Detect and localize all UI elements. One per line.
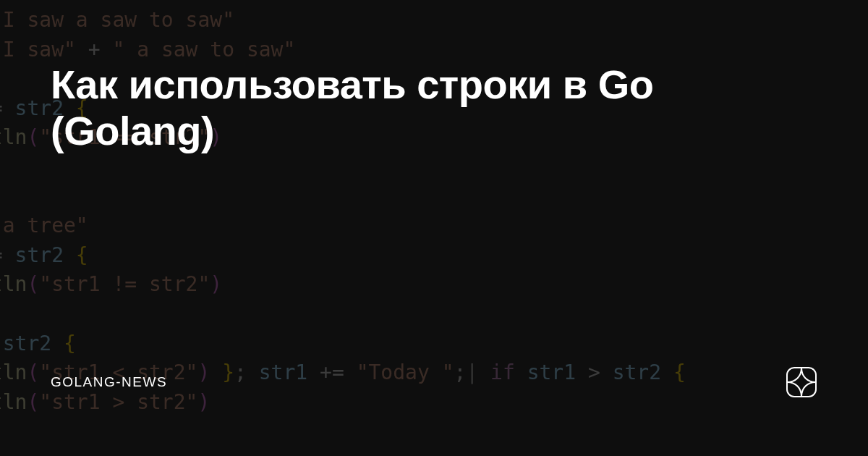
article-title: Как использовать строки в Go (Golang) <box>51 62 774 155</box>
source-label: GOLANG-NEWS <box>51 374 167 390</box>
zen-logo-icon <box>786 366 817 398</box>
content-container: Как использовать строки в Go (Golang) GO… <box>0 0 868 456</box>
footer: GOLANG-NEWS <box>51 366 817 405</box>
